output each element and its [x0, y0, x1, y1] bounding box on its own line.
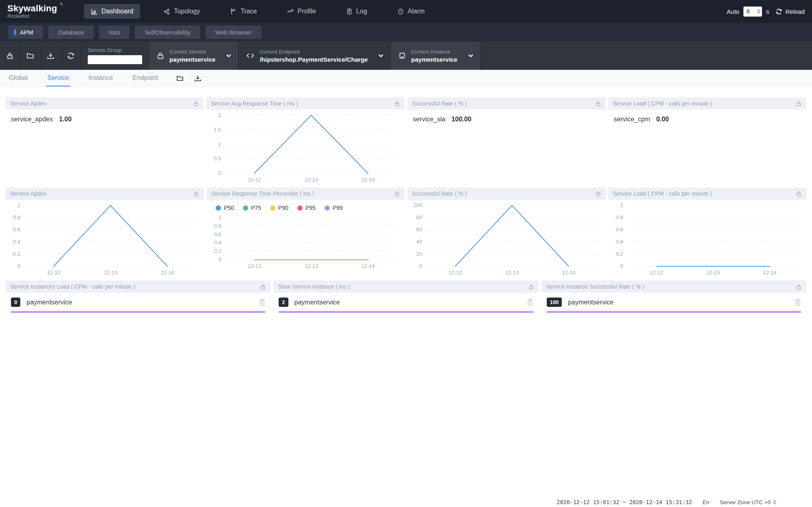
- auto-interval-input[interactable]: [747, 8, 756, 15]
- card-instance-successful-rate: Service Instance Successful Rate ( % ) 1…: [541, 280, 806, 313]
- svg-text:80: 80: [416, 214, 422, 220]
- lock-icon[interactable]: [193, 101, 199, 107]
- nav-item-dashboard[interactable]: Dashboard: [84, 4, 140, 19]
- card-service-apdex-chart: Service Apdex 00.20.40.60.8112-1212-1312…: [6, 188, 204, 278]
- lock-icon[interactable]: [796, 191, 802, 197]
- current-service-selector[interactable]: Current Service paymentservice: [149, 41, 238, 70]
- line-chart: 02040608010012-1212-1312-14: [407, 200, 605, 278]
- copy-icon[interactable]: [795, 299, 801, 306]
- value-badge: 2: [279, 298, 288, 307]
- instance-icon: [398, 52, 406, 60]
- refresh-templates-button[interactable]: [61, 41, 81, 70]
- export-dashboard-button[interactable]: [194, 75, 201, 82]
- main-nav: Dashboard Topology Trace Profile Log Ala…: [84, 4, 442, 19]
- time-range-footer: 2020-12-12 15:01:32 ~ 2020-12-14 15:31:3…: [0, 497, 812, 507]
- group-tab-apm[interactable]: APM: [8, 26, 43, 39]
- reload-button[interactable]: Reload: [775, 8, 805, 15]
- legend-item-P75[interactable]: P75: [243, 205, 261, 211]
- lock-icon[interactable]: [796, 284, 802, 290]
- value-badge: 100: [547, 298, 562, 307]
- dashboard-group-bar: APM Database Istio SelfObservability Web…: [0, 23, 812, 41]
- svg-text:1: 1: [218, 141, 221, 147]
- refresh-icon: [67, 52, 75, 60]
- svg-text:12-14: 12-14: [362, 263, 375, 269]
- tab-instance[interactable]: Instance: [87, 70, 114, 86]
- instance-row[interactable]: 2 paymentservice: [279, 298, 533, 307]
- stepper-arrows[interactable]: [757, 9, 760, 14]
- time-range-picker[interactable]: 2020-12-12 15:01:32 ~ 2020-12-14 15:31:3…: [556, 499, 692, 505]
- service-group-input[interactable]: [88, 55, 142, 64]
- card-title: Service Avg Response Time ( ms ): [211, 100, 394, 107]
- folder-icon: [176, 75, 184, 82]
- lock-icon[interactable]: [595, 191, 601, 197]
- seconds-label: s: [766, 8, 769, 15]
- card-title: Service Instance Successful Rate ( % ): [546, 283, 796, 290]
- tab-endpoint[interactable]: Endpoint: [131, 70, 159, 86]
- lock-icon[interactable]: [394, 101, 400, 107]
- current-instance-selector[interactable]: Current Instance paymentservice: [391, 41, 480, 70]
- svg-text:2: 2: [218, 112, 221, 118]
- server-zone-label: Server Zone UTC +0: [720, 499, 771, 505]
- lock-icon[interactable]: [260, 284, 266, 290]
- copy-icon[interactable]: [259, 299, 265, 306]
- group-tab-database[interactable]: Database: [48, 26, 94, 39]
- legend-item-P95[interactable]: P95: [297, 205, 316, 211]
- lock-icon[interactable]: [595, 101, 601, 107]
- group-tab-istio[interactable]: Istio: [99, 26, 130, 39]
- legend-item-P90[interactable]: P90: [270, 205, 288, 211]
- zone-stepper-arrows[interactable]: [773, 500, 776, 505]
- server-zone-control[interactable]: Server Zone UTC +0: [720, 499, 776, 505]
- current-endpoint-selector[interactable]: Current Endpoint /hipstershop.PaymentSer…: [238, 41, 391, 70]
- lock-icon[interactable]: [796, 101, 802, 107]
- card-response-time-percentile: Service Response Time Percentile ( ms ) …: [207, 188, 405, 278]
- line-chart: 00.20.40.60.8112-1212-1312-14: [608, 200, 806, 278]
- copy-icon[interactable]: [527, 299, 533, 306]
- svg-text:12-12: 12-12: [47, 270, 60, 276]
- active-pill: [14, 29, 16, 35]
- svg-text:0.4: 0.4: [13, 239, 20, 245]
- svg-text:12-13: 12-13: [305, 263, 318, 269]
- card-title: Service Instances Load ( CPM - calls per…: [10, 283, 260, 290]
- instance-row[interactable]: 100 paymentservice: [547, 298, 801, 307]
- group-tab-web-browser[interactable]: Web Browser: [206, 26, 262, 39]
- instance-row[interactable]: 0 paymentservice: [11, 298, 265, 307]
- nav-item-topology[interactable]: Topology: [156, 4, 207, 19]
- auto-interval-stepper[interactable]: [743, 6, 762, 17]
- nav-item-trace[interactable]: Trace: [223, 4, 264, 19]
- nav-item-alarm[interactable]: Alarm: [390, 4, 432, 19]
- svg-text:0.5: 0.5: [214, 155, 221, 162]
- card-title: Service Response Time Percentile ( ms ): [211, 190, 394, 197]
- svg-text:1: 1: [620, 202, 623, 208]
- legend-item-P50[interactable]: P50: [216, 205, 234, 211]
- svg-text:12-13: 12-13: [706, 270, 720, 276]
- lock-icon[interactable]: [528, 284, 534, 290]
- svg-text:0: 0: [17, 263, 20, 269]
- lock-icon[interactable]: [394, 191, 400, 197]
- card-title: Service Apdex: [10, 190, 193, 197]
- card-avg-response-time: Service Avg Response Time ( ms ) 00.511.…: [206, 97, 405, 185]
- svg-text:12-12: 12-12: [248, 263, 261, 269]
- svg-text:0.8: 0.8: [13, 214, 20, 220]
- svg-text:12-14: 12-14: [362, 177, 375, 183]
- svg-text:1.5: 1.5: [214, 127, 221, 133]
- card-service-apdex-value: Service Apdex service_apdex 1.00: [6, 97, 204, 185]
- brand-title: Skywalking: [7, 4, 57, 13]
- svg-text:1: 1: [219, 214, 221, 220]
- lock-icon[interactable]: [193, 191, 199, 197]
- chevron-down-icon: [378, 53, 384, 58]
- group-tab-selfobservability[interactable]: SelfObservability: [135, 26, 200, 39]
- nav-item-profile[interactable]: Profile: [280, 4, 323, 19]
- svg-text:0: 0: [620, 263, 623, 269]
- tab-service[interactable]: Service: [46, 70, 70, 86]
- import-template-button[interactable]: [20, 41, 41, 70]
- svg-text:0.4: 0.4: [616, 239, 623, 245]
- value-bar: [279, 311, 533, 313]
- svg-text:12-12: 12-12: [248, 177, 261, 183]
- lock-edit-button[interactable]: [0, 41, 20, 70]
- language-toggle[interactable]: En: [703, 499, 710, 505]
- export-template-button[interactable]: [41, 41, 61, 70]
- tab-global[interactable]: Global: [8, 70, 29, 86]
- nav-item-log[interactable]: Log: [339, 4, 374, 19]
- import-dashboard-button[interactable]: [176, 75, 184, 82]
- legend-item-P99[interactable]: P99: [325, 205, 343, 211]
